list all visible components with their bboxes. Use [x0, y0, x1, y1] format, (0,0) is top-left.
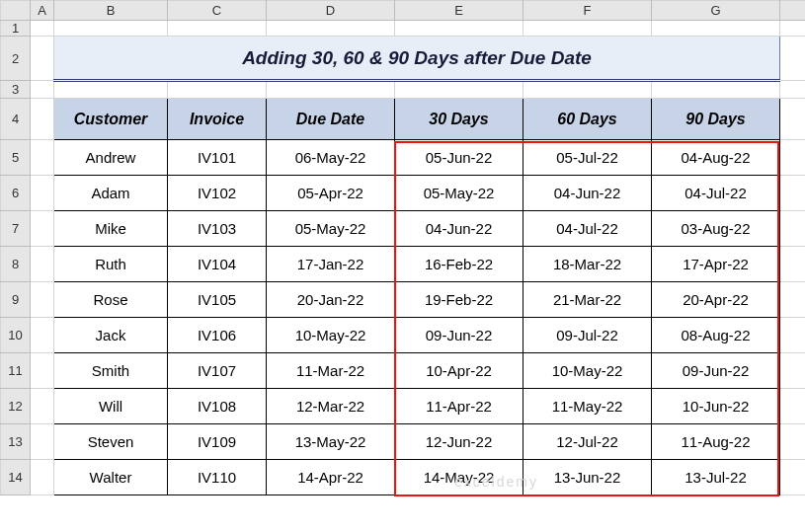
cell-due[interactable]: 05-Apr-22: [267, 176, 395, 211]
cell-H2[interactable]: [780, 37, 806, 81]
cell-customer[interactable]: Jack: [54, 318, 168, 353]
col-header-D[interactable]: D: [267, 1, 395, 21]
row-header-6[interactable]: 6: [1, 176, 31, 211]
cell-invoice[interactable]: IV107: [168, 353, 267, 389]
cell-d90[interactable]: 08-Aug-22: [652, 318, 780, 353]
cell-d60[interactable]: 04-Jun-22: [523, 176, 652, 211]
cell-d90[interactable]: 13-Jul-22: [652, 460, 780, 495]
cell-d30[interactable]: 05-Jun-22: [395, 140, 523, 176]
cell-d60[interactable]: 21-Mar-22: [523, 282, 652, 318]
row-header-9[interactable]: 9: [1, 282, 31, 318]
cell-customer[interactable]: Walter: [54, 460, 168, 495]
cell-customer[interactable]: Ruth: [54, 247, 168, 282]
cell-D1[interactable]: [267, 21, 395, 37]
title-cell[interactable]: Adding 30, 60 & 90 Days after Due Date: [54, 37, 780, 81]
cell-G1[interactable]: [652, 21, 780, 37]
cell-invoice[interactable]: IV110: [168, 460, 267, 495]
cell-d90[interactable]: 03-Aug-22: [652, 211, 780, 247]
cell-d60[interactable]: 04-Jul-22: [523, 211, 652, 247]
cell-invoice[interactable]: IV103: [168, 211, 267, 247]
row-header-8[interactable]: 8: [1, 247, 31, 282]
cell-invoice[interactable]: IV105: [168, 282, 267, 318]
cell-C1[interactable]: [168, 21, 267, 37]
header-60days[interactable]: 60 Days: [523, 99, 652, 140]
col-header-extra[interactable]: [780, 1, 806, 21]
cell-due[interactable]: 20-Jan-22: [267, 282, 395, 318]
cell-invoice[interactable]: IV109: [168, 424, 267, 460]
cell-d30[interactable]: 16-Feb-22: [395, 247, 523, 282]
cell-d90[interactable]: 10-Jun-22: [652, 389, 780, 424]
row-header-12[interactable]: 12: [1, 389, 31, 424]
cell-customer[interactable]: Smith: [54, 353, 168, 389]
select-all-corner[interactable]: [1, 1, 31, 21]
col-header-C[interactable]: C: [168, 1, 267, 21]
cell-due[interactable]: 06-May-22: [267, 140, 395, 176]
col-header-A[interactable]: A: [31, 1, 54, 21]
cell-due[interactable]: 17-Jan-22: [267, 247, 395, 282]
cell-B1[interactable]: [54, 21, 168, 37]
cell-d30[interactable]: 14-May-22: [395, 460, 523, 495]
header-30days[interactable]: 30 Days: [395, 99, 523, 140]
row-header-4[interactable]: 4: [1, 99, 31, 140]
cell-due[interactable]: 13-May-22: [267, 424, 395, 460]
cell-A1[interactable]: [31, 21, 54, 37]
row-header-7[interactable]: 7: [1, 211, 31, 247]
cell-customer[interactable]: Steven: [54, 424, 168, 460]
cell-d60[interactable]: 18-Mar-22: [523, 247, 652, 282]
col-header-F[interactable]: F: [523, 1, 652, 21]
cell-A4[interactable]: [31, 99, 54, 140]
row-header-1[interactable]: 1: [1, 21, 31, 37]
row-header-14[interactable]: 14: [1, 460, 31, 495]
cell-d30[interactable]: 09-Jun-22: [395, 318, 523, 353]
cell-d30[interactable]: 11-Apr-22: [395, 389, 523, 424]
cell-invoice[interactable]: IV106: [168, 318, 267, 353]
cell-d60[interactable]: 11-May-22: [523, 389, 652, 424]
cell-customer[interactable]: Rose: [54, 282, 168, 318]
cell-A2[interactable]: [31, 37, 54, 81]
cell-d60[interactable]: 09-Jul-22: [523, 318, 652, 353]
cell-invoice[interactable]: IV102: [168, 176, 267, 211]
col-header-B[interactable]: B: [54, 1, 168, 21]
cell-d60[interactable]: 10-May-22: [523, 353, 652, 389]
cell-d90[interactable]: 04-Aug-22: [652, 140, 780, 176]
cell-customer[interactable]: Mike: [54, 211, 168, 247]
cell-H1[interactable]: [780, 21, 806, 37]
cell-d60[interactable]: 05-Jul-22: [523, 140, 652, 176]
cell-A5[interactable]: [31, 140, 54, 176]
cell-A3[interactable]: [31, 81, 54, 99]
row-header-5[interactable]: 5: [1, 140, 31, 176]
cell-D3[interactable]: [267, 81, 395, 99]
row-header-13[interactable]: 13: [1, 424, 31, 460]
cell-due[interactable]: 10-May-22: [267, 318, 395, 353]
cell-invoice[interactable]: IV101: [168, 140, 267, 176]
cell-invoice[interactable]: IV108: [168, 389, 267, 424]
cell-H3[interactable]: [780, 81, 806, 99]
cell-due[interactable]: 12-Mar-22: [267, 389, 395, 424]
cell-customer[interactable]: Adam: [54, 176, 168, 211]
cell-due[interactable]: 14-Apr-22: [267, 460, 395, 495]
cell-d90[interactable]: 09-Jun-22: [652, 353, 780, 389]
cell-d60[interactable]: 12-Jul-22: [523, 424, 652, 460]
cell-F1[interactable]: [523, 21, 652, 37]
header-customer[interactable]: Customer: [54, 99, 168, 140]
cell-d30[interactable]: 04-Jun-22: [395, 211, 523, 247]
col-header-G[interactable]: G: [652, 1, 780, 21]
header-invoice[interactable]: Invoice: [168, 99, 267, 140]
cell-d90[interactable]: 11-Aug-22: [652, 424, 780, 460]
cell-invoice[interactable]: IV104: [168, 247, 267, 282]
cell-G3[interactable]: [652, 81, 780, 99]
row-header-10[interactable]: 10: [1, 318, 31, 353]
cell-customer[interactable]: Will: [54, 389, 168, 424]
cell-E1[interactable]: [395, 21, 523, 37]
cell-d30[interactable]: 19-Feb-22: [395, 282, 523, 318]
cell-due[interactable]: 11-Mar-22: [267, 353, 395, 389]
cell-d90[interactable]: 20-Apr-22: [652, 282, 780, 318]
cell-H5[interactable]: [780, 140, 806, 176]
spreadsheet-grid[interactable]: A B C D E F G 1 2 Adding 30, 60 & 90 Day…: [0, 0, 805, 495]
row-header-11[interactable]: 11: [1, 353, 31, 389]
cell-C3[interactable]: [168, 81, 267, 99]
header-due[interactable]: Due Date: [267, 99, 395, 140]
cell-d30[interactable]: 05-May-22: [395, 176, 523, 211]
cell-d90[interactable]: 17-Apr-22: [652, 247, 780, 282]
row-header-2[interactable]: 2: [1, 37, 31, 81]
